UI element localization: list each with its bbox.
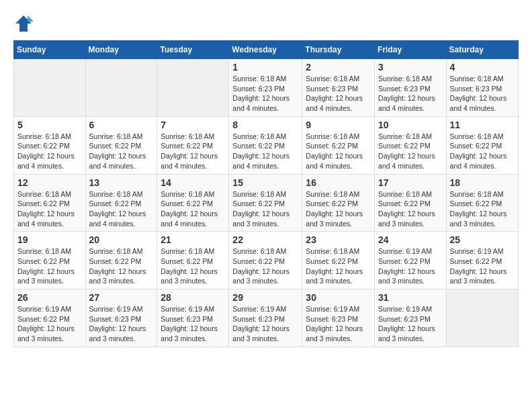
day-number: 15 — [232, 177, 298, 188]
day-number: 18 — [450, 177, 515, 188]
calendar-cell: 11Sunrise: 6:18 AM Sunset: 6:22 PM Dayli… — [446, 116, 518, 174]
day-info: Sunrise: 6:18 AM Sunset: 6:22 PM Dayligh… — [306, 132, 371, 171]
day-number: 16 — [306, 177, 371, 188]
day-number: 24 — [378, 234, 443, 245]
day-info: Sunrise: 6:18 AM Sunset: 6:22 PM Dayligh… — [17, 132, 82, 171]
day-number: 2 — [306, 62, 371, 73]
calendar-cell: 26Sunrise: 6:19 AM Sunset: 6:22 PM Dayli… — [14, 289, 86, 347]
calendar-cell: 7Sunrise: 6:18 AM Sunset: 6:22 PM Daylig… — [157, 116, 229, 174]
calendar-cell: 22Sunrise: 6:18 AM Sunset: 6:22 PM Dayli… — [229, 232, 302, 289]
weekday-header-wednesday: Wednesday — [229, 41, 302, 59]
calendar-week-row: 1Sunrise: 6:18 AM Sunset: 6:23 PM Daylig… — [14, 59, 519, 117]
day-info: Sunrise: 6:19 AM Sunset: 6:23 PM Dayligh… — [306, 304, 371, 344]
day-info: Sunrise: 6:18 AM Sunset: 6:22 PM Dayligh… — [232, 246, 298, 286]
calendar-cell: 6Sunrise: 6:18 AM Sunset: 6:22 PM Daylig… — [85, 116, 157, 174]
day-number: 28 — [161, 292, 225, 303]
logo-icon — [13, 13, 34, 34]
day-number: 17 — [378, 177, 443, 188]
weekday-header-saturday: Saturday — [446, 41, 518, 59]
day-number: 11 — [450, 120, 515, 130]
calendar-cell: 30Sunrise: 6:19 AM Sunset: 6:23 PM Dayli… — [302, 289, 375, 347]
calendar-cell: 12Sunrise: 6:18 AM Sunset: 6:22 PM Dayli… — [14, 174, 86, 232]
weekday-header-row: SundayMondayTuesdayWednesdayThursdayFrid… — [14, 41, 519, 59]
day-number: 20 — [89, 234, 154, 245]
day-number: 29 — [232, 292, 298, 303]
weekday-header-thursday: Thursday — [302, 41, 375, 59]
day-number: 7 — [161, 120, 225, 130]
calendar-header: SundayMondayTuesdayWednesdayThursdayFrid… — [14, 41, 519, 59]
calendar-cell: 27Sunrise: 6:19 AM Sunset: 6:23 PM Dayli… — [85, 289, 157, 347]
day-info: Sunrise: 6:19 AM Sunset: 6:22 PM Dayligh… — [378, 246, 443, 286]
calendar-cell: 20Sunrise: 6:18 AM Sunset: 6:22 PM Dayli… — [85, 232, 157, 289]
calendar-cell — [14, 59, 86, 117]
day-number: 23 — [306, 234, 371, 245]
calendar-cell: 19Sunrise: 6:18 AM Sunset: 6:22 PM Dayli… — [14, 232, 86, 289]
calendar-cell: 10Sunrise: 6:18 AM Sunset: 6:22 PM Dayli… — [375, 116, 447, 174]
calendar-cell: 13Sunrise: 6:18 AM Sunset: 6:22 PM Dayli… — [85, 174, 157, 232]
day-info: Sunrise: 6:18 AM Sunset: 6:22 PM Dayligh… — [161, 246, 225, 286]
day-info: Sunrise: 6:18 AM Sunset: 6:22 PM Dayligh… — [89, 189, 154, 229]
day-number: 6 — [89, 120, 154, 130]
calendar-cell: 25Sunrise: 6:19 AM Sunset: 6:22 PM Dayli… — [446, 232, 518, 289]
day-info: Sunrise: 6:18 AM Sunset: 6:22 PM Dayligh… — [17, 189, 82, 229]
day-number: 3 — [378, 62, 443, 73]
day-number: 5 — [17, 120, 82, 130]
day-number: 12 — [17, 177, 82, 188]
calendar-cell — [446, 289, 518, 347]
day-info: Sunrise: 6:18 AM Sunset: 6:22 PM Dayligh… — [450, 132, 515, 171]
calendar-cell — [157, 59, 229, 117]
page-header — [13, 13, 519, 34]
calendar-cell: 1Sunrise: 6:18 AM Sunset: 6:23 PM Daylig… — [229, 59, 302, 117]
calendar-cell: 24Sunrise: 6:19 AM Sunset: 6:22 PM Dayli… — [375, 232, 447, 289]
weekday-header-sunday: Sunday — [14, 41, 86, 59]
day-number: 26 — [17, 292, 82, 303]
calendar-week-row: 12Sunrise: 6:18 AM Sunset: 6:22 PM Dayli… — [14, 174, 519, 232]
day-number: 4 — [450, 62, 515, 73]
calendar-week-row: 5Sunrise: 6:18 AM Sunset: 6:22 PM Daylig… — [14, 116, 519, 174]
day-number: 10 — [378, 120, 443, 130]
day-info: Sunrise: 6:18 AM Sunset: 6:23 PM Dayligh… — [378, 74, 443, 113]
day-info: Sunrise: 6:18 AM Sunset: 6:22 PM Dayligh… — [378, 189, 443, 229]
calendar-cell: 17Sunrise: 6:18 AM Sunset: 6:22 PM Dayli… — [375, 174, 447, 232]
day-info: Sunrise: 6:18 AM Sunset: 6:22 PM Dayligh… — [306, 189, 371, 229]
day-number: 8 — [232, 120, 298, 130]
calendar-week-row: 26Sunrise: 6:19 AM Sunset: 6:22 PM Dayli… — [14, 289, 519, 347]
day-info: Sunrise: 6:18 AM Sunset: 6:22 PM Dayligh… — [161, 132, 225, 171]
calendar-cell: 4Sunrise: 6:18 AM Sunset: 6:23 PM Daylig… — [446, 59, 518, 117]
day-info: Sunrise: 6:18 AM Sunset: 6:22 PM Dayligh… — [161, 189, 225, 229]
day-number: 30 — [306, 292, 371, 303]
calendar-cell — [85, 59, 157, 117]
calendar-cell: 9Sunrise: 6:18 AM Sunset: 6:22 PM Daylig… — [302, 116, 375, 174]
day-info: Sunrise: 6:19 AM Sunset: 6:22 PM Dayligh… — [17, 304, 82, 344]
day-number: 1 — [232, 62, 298, 73]
day-number: 13 — [89, 177, 154, 188]
calendar-body: 1Sunrise: 6:18 AM Sunset: 6:23 PM Daylig… — [14, 59, 519, 347]
day-info: Sunrise: 6:19 AM Sunset: 6:23 PM Dayligh… — [232, 304, 298, 344]
day-number: 21 — [161, 234, 225, 245]
day-info: Sunrise: 6:18 AM Sunset: 6:22 PM Dayligh… — [232, 132, 298, 171]
day-info: Sunrise: 6:19 AM Sunset: 6:22 PM Dayligh… — [450, 246, 515, 286]
day-info: Sunrise: 6:18 AM Sunset: 6:22 PM Dayligh… — [232, 189, 298, 229]
svg-marker-1 — [28, 15, 34, 21]
day-info: Sunrise: 6:18 AM Sunset: 6:23 PM Dayligh… — [306, 74, 371, 113]
day-number: 14 — [161, 177, 225, 188]
weekday-header-tuesday: Tuesday — [157, 41, 229, 59]
calendar-cell: 28Sunrise: 6:19 AM Sunset: 6:23 PM Dayli… — [157, 289, 229, 347]
calendar-cell: 21Sunrise: 6:18 AM Sunset: 6:22 PM Dayli… — [157, 232, 229, 289]
weekday-header-friday: Friday — [375, 41, 447, 59]
calendar-cell: 14Sunrise: 6:18 AM Sunset: 6:22 PM Dayli… — [157, 174, 229, 232]
logo — [13, 13, 36, 34]
day-info: Sunrise: 6:18 AM Sunset: 6:23 PM Dayligh… — [450, 74, 515, 113]
day-number: 22 — [232, 234, 298, 245]
calendar-cell: 18Sunrise: 6:18 AM Sunset: 6:22 PM Dayli… — [446, 174, 518, 232]
calendar-cell: 31Sunrise: 6:19 AM Sunset: 6:23 PM Dayli… — [375, 289, 447, 347]
calendar-cell: 15Sunrise: 6:18 AM Sunset: 6:22 PM Dayli… — [229, 174, 302, 232]
day-info: Sunrise: 6:18 AM Sunset: 6:22 PM Dayligh… — [306, 246, 371, 286]
day-info: Sunrise: 6:18 AM Sunset: 6:22 PM Dayligh… — [89, 132, 154, 171]
day-info: Sunrise: 6:19 AM Sunset: 6:23 PM Dayligh… — [89, 304, 154, 344]
day-info: Sunrise: 6:18 AM Sunset: 6:22 PM Dayligh… — [17, 246, 82, 286]
day-number: 27 — [89, 292, 154, 303]
calendar-cell: 23Sunrise: 6:18 AM Sunset: 6:22 PM Dayli… — [302, 232, 375, 289]
day-info: Sunrise: 6:18 AM Sunset: 6:22 PM Dayligh… — [450, 189, 515, 229]
calendar-cell: 2Sunrise: 6:18 AM Sunset: 6:23 PM Daylig… — [302, 59, 375, 117]
